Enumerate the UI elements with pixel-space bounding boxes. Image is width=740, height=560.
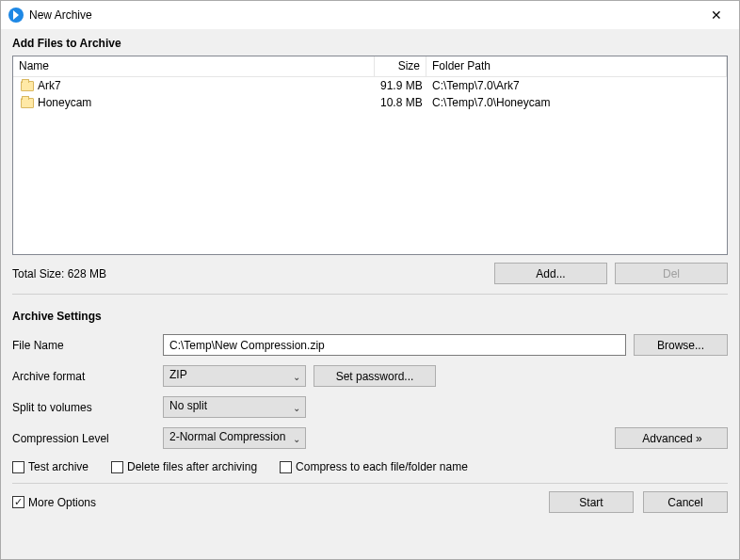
window-title: New Archive <box>29 8 92 22</box>
file-list-rows: Ark7 91.9 MB C:\Temp\7.0\Ark7 Honeycam 1… <box>13 77 727 111</box>
row-name: Ark7 <box>38 79 61 92</box>
titlebar: New Archive ✕ <box>1 1 739 29</box>
folder-icon <box>21 98 34 108</box>
browse-button[interactable]: Browse... <box>634 334 728 356</box>
row-path: C:\Temp\7.0\Honeycam <box>426 96 727 109</box>
row-size: 91.9 MB <box>375 79 426 92</box>
compression-level-select[interactable]: 2-Normal Compression <box>163 427 306 449</box>
app-icon <box>8 8 24 23</box>
archive-section-title: Archive Settings <box>12 310 728 323</box>
archive-format-label: Archive format <box>12 370 163 383</box>
split-label: Split to volumes <box>12 401 163 414</box>
file-list[interactable]: Name Size Folder Path Ark7 91.9 MB C:\Te… <box>12 56 728 255</box>
total-size-label: Total Size: 628 MB <box>12 267 494 280</box>
table-row[interactable]: Ark7 91.9 MB C:\Temp\7.0\Ark7 <box>13 77 727 94</box>
row-name: Honeycam <box>38 96 91 109</box>
checkbox-icon <box>12 496 24 508</box>
totals-row: Total Size: 628 MB Add... Del <box>12 263 728 284</box>
close-icon: ✕ <box>711 8 722 22</box>
close-button[interactable]: ✕ <box>698 2 735 28</box>
del-button[interactable]: Del <box>615 263 728 284</box>
file-list-header: Name Size Folder Path <box>13 56 727 77</box>
add-section-title: Add Files to Archive <box>12 37 728 50</box>
col-size[interactable]: Size <box>375 56 426 76</box>
row-path: C:\Temp\7.0\Ark7 <box>426 79 727 92</box>
split-select[interactable]: No split <box>163 396 306 418</box>
checkbox-row: Test archive Delete files after archivin… <box>12 460 728 473</box>
advanced-button[interactable]: Advanced » <box>615 427 728 449</box>
delete-after-checkbox[interactable]: Delete files after archiving <box>111 460 257 473</box>
col-path[interactable]: Folder Path <box>426 56 727 76</box>
checkbox-icon <box>280 461 292 473</box>
compression-level-label: Compression Level <box>12 432 163 445</box>
checkbox-icon <box>12 461 24 473</box>
start-button[interactable]: Start <box>549 491 634 513</box>
row-size: 10.8 MB <box>375 96 426 109</box>
filename-label: File Name <box>12 339 163 352</box>
separator <box>12 483 728 484</box>
checkbox-icon <box>111 461 123 473</box>
compress-each-checkbox[interactable]: Compress to each file/folder name <box>280 460 468 473</box>
add-button[interactable]: Add... <box>494 263 607 284</box>
separator <box>12 294 728 295</box>
bottom-bar: More Options Start Cancel <box>12 491 728 513</box>
new-archive-window: New Archive ✕ Add Files to Archive Name … <box>0 0 740 560</box>
test-archive-checkbox[interactable]: Test archive <box>12 460 88 473</box>
col-name[interactable]: Name <box>13 56 375 76</box>
filename-input[interactable] <box>163 334 626 356</box>
set-password-button[interactable]: Set password... <box>314 365 436 387</box>
more-options-checkbox[interactable]: More Options <box>12 496 539 509</box>
folder-icon <box>21 81 34 91</box>
dialog-body: Add Files to Archive Name Size Folder Pa… <box>1 29 739 559</box>
archive-format-select[interactable]: ZIP <box>163 365 306 387</box>
table-row[interactable]: Honeycam 10.8 MB C:\Temp\7.0\Honeycam <box>13 94 727 111</box>
cancel-button[interactable]: Cancel <box>643 491 728 513</box>
